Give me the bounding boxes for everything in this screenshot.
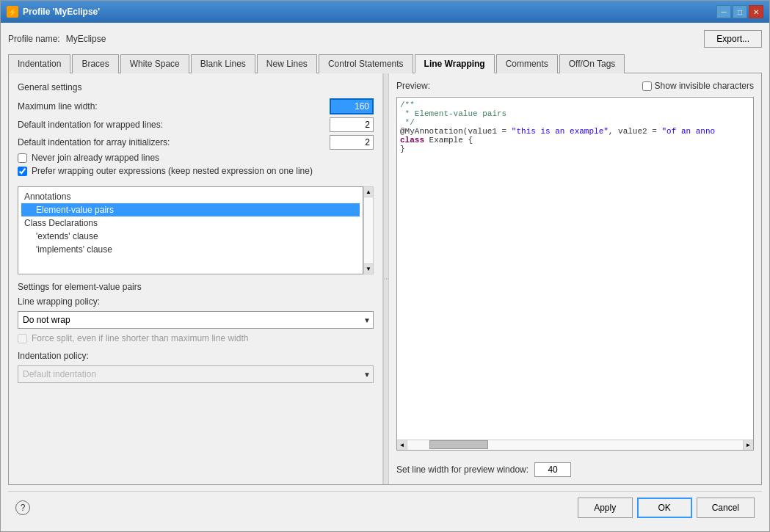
ok-button[interactable]: OK: [637, 498, 692, 518]
tree-item-implements[interactable]: 'implements' clause: [21, 243, 360, 256]
tab-line-wrapping[interactable]: Line Wrapping: [415, 54, 495, 73]
minimize-button[interactable]: ─: [716, 5, 731, 18]
force-split-row: Force split, even if line shorter than m…: [18, 333, 374, 343]
default-indent-wrapped-label: Default indentation for wrapped lines:: [18, 120, 325, 130]
tab-braces[interactable]: Braces: [72, 54, 118, 73]
hscroll-thumb[interactable]: [429, 440, 488, 449]
tree-scrollbar: ▲ ▼: [363, 186, 374, 274]
indentation-policy-dropdown[interactable]: Default indentation Indent on column For…: [18, 365, 374, 383]
prefer-wrapping-label: Prefer wrapping outer expressions (keep …: [32, 166, 313, 176]
hscroll-left[interactable]: ◄: [397, 440, 407, 451]
code-hscrollbar: ◄ ►: [397, 440, 753, 450]
tree-scroll-down[interactable]: ▼: [364, 263, 373, 274]
line-width-input[interactable]: [534, 462, 571, 477]
tab-off-on-tags[interactable]: Off/On Tags: [559, 54, 625, 73]
tree-item-class-declarations[interactable]: Class Declarations: [21, 216, 360, 230]
tree-item-extends[interactable]: 'extends' clause: [21, 230, 360, 243]
show-invisible-label: Show invisible characters: [655, 81, 754, 91]
general-settings-title: General settings: [18, 82, 374, 92]
window-content: Profile name: MyEclipse Export... Indent…: [1, 23, 769, 531]
code-preview-container: /** * Element-value pairs */ @MyAnnotati…: [396, 97, 754, 451]
main-window: ⚡ Profile 'MyEclipse' ─ □ ✕ Profile name…: [0, 0, 770, 532]
cancel-button[interactable]: Cancel: [697, 498, 755, 518]
general-settings-section: General settings Maximum line width: Def…: [18, 82, 374, 179]
force-split-checkbox[interactable]: [18, 334, 27, 343]
indentation-policy-dropdown-wrapper: Default indentation Indent on column For…: [18, 365, 374, 383]
settings-for-pairs-title: Settings for element-value pairs: [18, 282, 374, 292]
tree-scroll-track: [364, 197, 373, 263]
title-bar: ⚡ Profile 'MyEclipse' ─ □ ✕: [1, 1, 769, 23]
show-invisible-checkbox[interactable]: [642, 81, 652, 91]
tab-indentation[interactable]: Indentation: [8, 54, 70, 73]
line-width-row: Set line width for preview window:: [396, 462, 754, 477]
preview-header: Preview: Show invisible characters: [396, 81, 754, 91]
never-join-row: Never join already wrapped lines: [18, 153, 374, 163]
apply-button[interactable]: Apply: [578, 498, 633, 518]
hscroll-track: [407, 440, 743, 450]
show-invisible-row: Show invisible characters: [642, 81, 754, 91]
maximize-button[interactable]: □: [733, 5, 747, 18]
tree-list[interactable]: Annotations Element-value pairs Class De…: [18, 186, 363, 274]
bottom-bar: ? Apply OK Cancel: [8, 491, 762, 524]
tab-white-space[interactable]: White Space: [120, 54, 189, 73]
default-indent-array-label: Default indentation for array initialize…: [18, 137, 325, 147]
title-bar-left: ⚡ Profile 'MyEclipse': [7, 6, 100, 18]
max-line-width-label: Maximum line width:: [18, 101, 325, 112]
panel-divider[interactable]: ⋮: [383, 73, 389, 484]
tab-blank-lines[interactable]: Blank Lines: [191, 54, 255, 73]
tabs-container: Indentation Braces White Space Blank Lin…: [8, 54, 762, 485]
default-indent-wrapped-input[interactable]: [330, 117, 374, 132]
preview-label: Preview:: [396, 81, 430, 91]
title-buttons: ─ □ ✕: [716, 5, 763, 18]
default-indent-array-input[interactable]: [330, 135, 374, 150]
tab-control-statements[interactable]: Control Statements: [319, 54, 413, 73]
tab-content: General settings Maximum line width: Def…: [8, 73, 762, 485]
tab-new-lines[interactable]: New Lines: [257, 54, 317, 73]
max-line-width-input[interactable]: [330, 98, 374, 114]
tree-container: Annotations Element-value pairs Class De…: [18, 186, 374, 274]
window-icon: ⚡: [7, 6, 18, 18]
help-button[interactable]: ?: [15, 500, 30, 515]
export-button[interactable]: Export...: [704, 30, 762, 48]
line-width-label: Set line width for preview window:: [396, 464, 529, 475]
profile-row: Profile name: MyEclipse Export...: [8, 30, 762, 48]
tree-scroll-up[interactable]: ▲: [364, 187, 373, 197]
left-panel: General settings Maximum line width: Def…: [9, 73, 383, 484]
default-indent-array-row: Default indentation for array initialize…: [18, 135, 374, 150]
tabs-row: Indentation Braces White Space Blank Lin…: [8, 54, 762, 73]
right-panel: Preview: Show invisible characters /** *…: [389, 73, 761, 484]
force-split-label: Force split, even if line shorter than m…: [32, 333, 248, 343]
line-wrapping-policy-dropdown-wrapper: Do not wrap Wrap where necessary Wrap al…: [18, 311, 374, 329]
hscroll-right[interactable]: ►: [743, 440, 753, 451]
line-wrapping-policy-label: Line wrapping policy:: [18, 296, 374, 307]
never-join-checkbox[interactable]: [18, 153, 27, 163]
default-indent-wrapped-row: Default indentation for wrapped lines:: [18, 117, 374, 132]
profile-name-value: MyEclipse: [66, 34, 106, 44]
indentation-policy-label: Indentation policy:: [18, 351, 374, 361]
prefer-wrapping-checkbox[interactable]: [18, 167, 27, 176]
settings-for-pairs-section: Settings for element-value pairs Line wr…: [18, 282, 374, 383]
close-button[interactable]: ✕: [749, 5, 763, 18]
line-wrapping-policy-dropdown[interactable]: Do not wrap Wrap where necessary Wrap al…: [18, 311, 374, 329]
never-join-label: Never join already wrapped lines: [32, 153, 159, 163]
tree-item-annotations[interactable]: Annotations: [21, 190, 360, 203]
tree-item-element-value-pairs[interactable]: Element-value pairs: [21, 203, 360, 216]
bottom-left: ?: [15, 500, 30, 515]
prefer-wrapping-row: Prefer wrapping outer expressions (keep …: [18, 166, 374, 176]
profile-label: Profile name:: [8, 34, 60, 44]
bottom-right: Apply OK Cancel: [578, 498, 755, 518]
code-preview[interactable]: /** * Element-value pairs */ @MyAnnotati…: [397, 98, 753, 440]
tab-comments[interactable]: Comments: [496, 54, 558, 73]
window-title: Profile 'MyEclipse': [23, 7, 100, 17]
max-line-width-row: Maximum line width:: [18, 98, 374, 114]
